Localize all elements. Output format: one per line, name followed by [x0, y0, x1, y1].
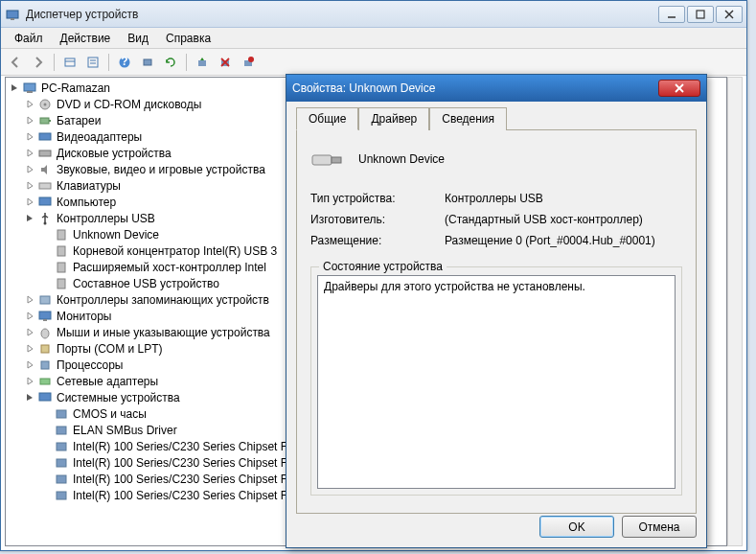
expand-icon[interactable]	[25, 148, 35, 158]
svg-rect-28	[39, 183, 51, 189]
ok-button[interactable]: OK	[539, 516, 614, 538]
status-text-box[interactable]: Драйверы для этого устройства не установ…	[317, 275, 676, 489]
collapse-icon[interactable]	[25, 213, 35, 223]
computer-icon	[37, 195, 53, 210]
menu-help[interactable]: Справка	[158, 30, 218, 47]
keyboard-icon	[37, 178, 53, 194]
expand-icon[interactable]	[25, 343, 35, 354]
minimize-button[interactable]	[658, 6, 685, 23]
scan-button[interactable]	[137, 52, 158, 73]
svg-point-19	[248, 57, 254, 62]
network-icon	[37, 374, 53, 389]
menu-view[interactable]: Вид	[120, 30, 156, 47]
svg-rect-13	[144, 59, 151, 65]
display-adapter-icon	[37, 129, 53, 145]
tab-details[interactable]: Сведения	[429, 107, 507, 130]
app-icon	[5, 7, 20, 22]
status-legend: Состояние устройства	[319, 260, 447, 273]
usb-device-icon	[54, 227, 69, 242]
expand-icon[interactable]	[25, 311, 35, 321]
tree-label: Intel(R) 100 Series/C230 Series Chipset …	[73, 440, 287, 453]
close-button[interactable]	[716, 6, 743, 23]
svg-rect-8	[88, 58, 98, 67]
device-header: Unknown Device	[310, 146, 682, 173]
system-device-icon	[54, 455, 69, 471]
tree-label: Сетевые адаптеры	[57, 375, 158, 388]
expand-icon[interactable]	[25, 359, 35, 370]
properties-button[interactable]	[82, 52, 103, 73]
svg-rect-24	[40, 118, 49, 124]
usb-connector-icon	[310, 146, 345, 173]
toolbar: ?	[1, 49, 746, 76]
dialog-title: Свойства: Unknown Device	[292, 81, 658, 95]
disk-icon	[37, 146, 53, 161]
property-row: Тип устройства: Контроллеры USB	[310, 192, 682, 205]
help-button[interactable]: ?	[114, 52, 135, 73]
toolbar-separator	[186, 54, 187, 71]
tree-label: Процессоры	[57, 358, 124, 372]
back-button[interactable]	[5, 52, 26, 73]
usb-device-icon	[54, 243, 69, 259]
collapse-icon[interactable]	[25, 392, 35, 403]
show-hidden-button[interactable]	[59, 52, 80, 73]
system-device-icon	[54, 439, 69, 454]
mouse-icon	[37, 325, 53, 340]
usb-icon	[37, 211, 53, 226]
svg-rect-29	[39, 197, 51, 205]
dialog-close-button[interactable]	[658, 80, 700, 97]
svg-rect-45	[57, 443, 66, 450]
update-driver-button[interactable]	[192, 52, 213, 73]
menubar: Файл Действие Вид Справка	[1, 28, 746, 49]
usb-device-icon	[54, 260, 69, 275]
tree-label: CMOS и часы	[73, 407, 147, 421]
menu-action[interactable]: Действие	[53, 30, 119, 47]
svg-text:?: ?	[121, 56, 127, 68]
forward-button[interactable]	[28, 52, 49, 73]
tree-label: Компьютер	[57, 196, 116, 209]
vertical-scrollbar[interactable]	[727, 77, 743, 546]
tree-label: Клавиатуры	[57, 179, 121, 193]
svg-rect-14	[198, 60, 206, 66]
expand-icon[interactable]	[25, 294, 35, 305]
svg-rect-43	[57, 410, 66, 418]
svg-rect-51	[312, 155, 332, 165]
window-controls	[658, 6, 743, 23]
svg-rect-32	[57, 246, 65, 256]
disable-button[interactable]	[238, 52, 259, 73]
svg-point-38	[41, 329, 49, 338]
property-label-type: Тип устройства:	[310, 192, 445, 205]
menu-file[interactable]: Файл	[7, 30, 51, 47]
system-device-icon	[54, 406, 69, 422]
svg-rect-36	[39, 312, 51, 319]
device-status-fieldset: Состояние устройства Драйверы для этого …	[310, 266, 682, 496]
processor-icon	[37, 358, 53, 373]
tree-label: Контроллеры USB	[57, 212, 155, 225]
tab-general[interactable]: Общие	[296, 107, 358, 130]
tree-label: PC-Ramazan	[41, 81, 110, 95]
expand-icon[interactable]	[25, 327, 35, 337]
tree-label: Unknown Device	[73, 228, 159, 242]
svg-rect-42	[39, 393, 51, 401]
expand-icon[interactable]	[25, 164, 35, 174]
expand-icon[interactable]	[25, 115, 35, 126]
svg-rect-41	[40, 379, 50, 384]
expand-icon[interactable]	[25, 131, 35, 142]
expand-icon[interactable]	[25, 99, 35, 109]
uninstall-button[interactable]	[215, 52, 236, 73]
svg-rect-35	[40, 296, 50, 304]
expand-icon[interactable]	[25, 196, 35, 207]
cancel-button[interactable]: Отмена	[622, 516, 697, 538]
maximize-button[interactable]	[687, 6, 714, 23]
monitor-icon	[37, 309, 53, 324]
tree-label: Порты (COM и LPT)	[57, 342, 163, 356]
properties-dialog: Свойства: Unknown Device Общие Драйвер С…	[286, 74, 707, 548]
storage-icon	[37, 292, 53, 308]
expand-icon[interactable]	[25, 376, 35, 386]
collapse-icon[interactable]	[10, 82, 20, 93]
dialog-titlebar: Свойства: Unknown Device	[286, 75, 706, 102]
refresh-button[interactable]	[160, 52, 181, 73]
expand-icon[interactable]	[25, 180, 35, 191]
tree-label: Intel(R) 100 Series/C230 Series Chipset …	[73, 473, 287, 486]
system-icon	[37, 390, 53, 405]
tab-driver[interactable]: Драйвер	[358, 107, 429, 130]
